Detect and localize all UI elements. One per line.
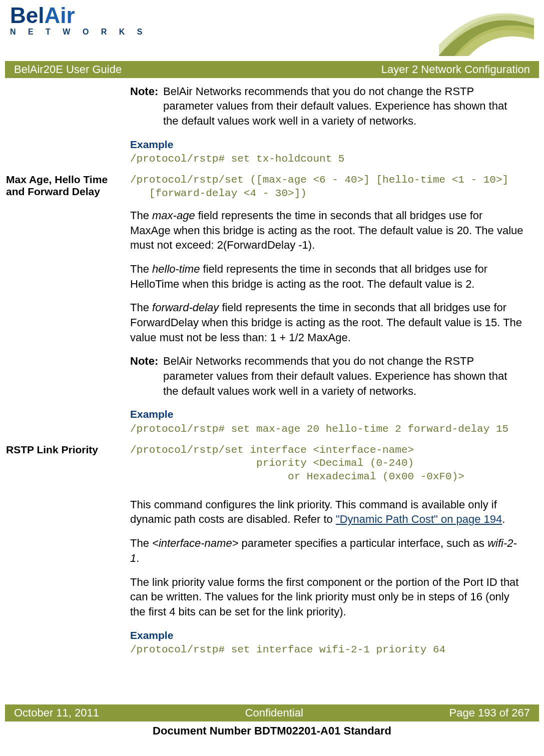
example-heading: Example [130, 407, 524, 421]
footer-bar: October 11, 2011 Confidential Page 193 o… [5, 704, 539, 721]
footer-page: Page 193 of 267 [449, 705, 530, 720]
brand-swoosh-icon [439, 6, 534, 56]
paragraph: The forward-delay field represents the t… [130, 300, 524, 345]
note-block: Note: BelAir Networks recommends that yo… [130, 354, 524, 398]
syntax-code: /protocol/rstp/set ([max-age <6 - 40>] [… [130, 174, 524, 200]
logo-belair-networks: BelAir N E T W O R K S [10, 6, 147, 38]
paragraph: The <interface-name> parameter specifies… [130, 536, 524, 565]
logo-text-bel: Bel [10, 3, 44, 28]
paragraph: The max-age field represents the time in… [130, 208, 524, 253]
example-code: /protocol/rstp# set interface wifi-2-1 p… [130, 643, 524, 656]
paragraph: The hello-time field represents the time… [130, 262, 524, 291]
note-label: Note: [130, 354, 163, 398]
guide-title: BelAir20E User Guide [14, 62, 122, 77]
syntax-code: /protocol/rstp/set interface <interface-… [130, 444, 524, 483]
section-heading-rstp-link-priority: RSTP Link Priority [6, 444, 125, 456]
title-bar: BelAir20E User Guide Layer 2 Network Con… [5, 61, 539, 78]
section-heading-max-age: Max Age, Hello Time and Forward Delay [6, 174, 125, 198]
note-text: BelAir Networks recommends that you do n… [163, 354, 524, 398]
note-label: Note: [130, 84, 163, 129]
example-heading: Example [130, 138, 524, 152]
paragraph: This command configures the link priorit… [130, 497, 524, 527]
note-text: BelAir Networks recommends that you do n… [163, 84, 524, 129]
chapter-title: Layer 2 Network Configuration [381, 62, 530, 77]
cross-reference-link[interactable]: "Dynamic Path Cost" on page 194 [336, 513, 502, 525]
note-block: Note: BelAir Networks recommends that yo… [130, 84, 524, 129]
document-number: Document Number BDTM02201-A01 Standard [5, 721, 539, 738]
example-code: /protocol/rstp# set max-age 20 hello-tim… [130, 423, 524, 436]
footer-confidential: Confidential [245, 705, 303, 720]
paragraph: The link priority value forms the first … [130, 575, 524, 619]
logo-text-air: Air [44, 3, 75, 28]
example-code: /protocol/rstp# set tx-holdcount 5 [130, 153, 524, 166]
footer-date: October 11, 2011 [14, 705, 99, 720]
page-header: BelAir N E T W O R K S [5, 6, 539, 61]
logo-text-networks: N E T W O R K S [10, 27, 147, 38]
example-heading: Example [130, 628, 524, 642]
